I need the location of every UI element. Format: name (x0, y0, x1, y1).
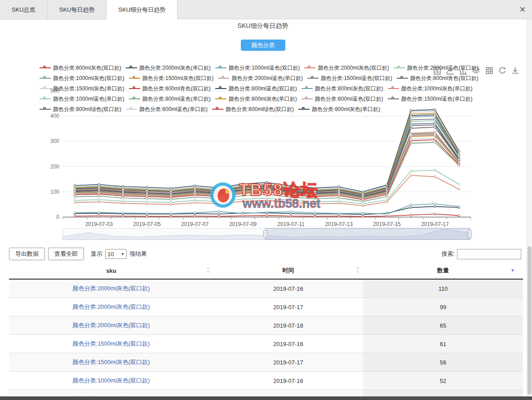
legend-item[interactable]: 颜色分类:800ml灰色(单口款) (215, 94, 297, 104)
data-point[interactable] (218, 210, 220, 213)
data-view-icon[interactable] (432, 66, 442, 76)
legend-item[interactable]: 颜色分类:600ml青色(双口款) (129, 84, 211, 93)
tab-sku-daily-trend[interactable]: SKU每日趋势 (48, 0, 107, 20)
magic-line-icon[interactable] (445, 66, 455, 76)
data-point[interactable] (194, 188, 196, 191)
data-point[interactable] (290, 191, 292, 193)
data-point[interactable] (434, 134, 436, 136)
data-point[interactable] (266, 187, 268, 190)
legend-item[interactable]: 颜色分类:1000ml灰色(单口款) (388, 84, 473, 93)
data-point[interactable] (314, 198, 316, 200)
data-point[interactable] (242, 195, 244, 197)
data-point[interactable] (146, 203, 148, 205)
data-point[interactable] (434, 115, 436, 117)
data-point[interactable] (434, 118, 436, 120)
data-point[interactable] (218, 196, 220, 198)
data-point[interactable] (74, 184, 76, 187)
legend-item[interactable]: 颜色分类:1500ml灰色(单口款) (40, 84, 124, 93)
data-point[interactable] (74, 188, 76, 191)
data-point[interactable] (410, 135, 412, 137)
vertical-scrollbar[interactable] (527, 19, 532, 400)
data-point[interactable] (386, 199, 388, 201)
data-point[interactable] (218, 198, 220, 200)
legend-item[interactable]: 颜色分类:600ml灰色(单口款) (298, 104, 380, 114)
data-point[interactable] (146, 192, 148, 194)
data-point[interactable] (242, 187, 244, 189)
data-point[interactable] (98, 193, 100, 196)
data-point[interactable] (146, 212, 148, 214)
data-point[interactable] (122, 195, 124, 197)
legend-item[interactable]: 颜色分类:2000ml灰色(双口款) (304, 63, 389, 73)
save-image-icon[interactable] (510, 66, 520, 76)
data-point[interactable] (458, 188, 460, 191)
legend-item[interactable]: 颜色分类:600ml蓝色(单口款) (126, 104, 208, 114)
legend-item[interactable]: 颜色分类:1000ml蓝色(双口款) (215, 63, 300, 73)
data-point[interactable] (170, 198, 172, 200)
data-point[interactable] (410, 206, 412, 209)
data-point[interactable] (338, 197, 340, 199)
data-point[interactable] (290, 200, 292, 202)
data-point[interactable] (98, 201, 100, 203)
data-point[interactable] (266, 197, 268, 200)
legend-item[interactable]: 颜色分类:2000ml灰色(单口款) (126, 63, 211, 73)
column-header-qty[interactable]: 数量 ▼ (363, 262, 523, 279)
data-point[interactable] (410, 174, 412, 177)
data-point[interactable] (242, 192, 244, 195)
magic-bar-icon[interactable] (458, 66, 468, 76)
data-point[interactable] (170, 201, 172, 204)
data-point[interactable] (122, 212, 124, 214)
data-point[interactable] (386, 184, 388, 186)
export-data-button[interactable]: 导出数据 (9, 248, 45, 260)
data-point[interactable] (218, 200, 220, 203)
data-point[interactable] (98, 183, 100, 186)
restore-icon[interactable] (497, 66, 507, 76)
data-point[interactable] (122, 202, 124, 204)
data-point[interactable] (314, 201, 316, 203)
data-point[interactable] (242, 198, 244, 200)
data-point[interactable] (290, 196, 292, 198)
data-point[interactable] (410, 214, 412, 216)
view-all-button[interactable]: 查看全部 (48, 248, 84, 260)
data-point[interactable] (362, 196, 364, 198)
data-point[interactable] (266, 191, 268, 193)
data-point[interactable] (410, 124, 412, 127)
data-point[interactable] (194, 212, 196, 214)
data-point[interactable] (458, 183, 460, 186)
legend-item[interactable]: 颜色分类:600ml蓝色(双口款) (301, 94, 383, 104)
legend-item[interactable]: 颜色分类:1000ml蓝色(单口款) (40, 94, 124, 104)
data-point[interactable] (242, 213, 244, 215)
tab-sku-breakdown-daily-trend[interactable]: SKU细分每日趋势 (106, 0, 177, 20)
data-point[interactable] (338, 200, 340, 202)
data-point[interactable] (146, 201, 148, 203)
data-point[interactable] (98, 187, 100, 190)
legend-item[interactable]: 颜色分类:800ml蓝色(单口款) (129, 94, 211, 104)
data-point[interactable] (218, 203, 220, 205)
data-point[interactable] (362, 203, 364, 205)
data-point[interactable] (386, 201, 388, 203)
data-point[interactable] (146, 196, 148, 198)
data-point[interactable] (170, 191, 172, 193)
legend-item[interactable]: 颜色分类:600ml绿色(双口款) (212, 104, 294, 114)
sku-link[interactable]: 颜色分类:1000ml灰色(双口款) (73, 377, 150, 385)
data-point[interactable] (290, 201, 292, 204)
data-point[interactable] (218, 213, 220, 215)
data-point[interactable] (74, 196, 76, 198)
data-point[interactable] (386, 193, 388, 196)
data-point[interactable] (410, 140, 412, 142)
sku-link[interactable]: 颜色分类:2000ml灰色(双口款) (73, 284, 150, 293)
data-point[interactable] (74, 215, 76, 217)
data-point[interactable] (122, 186, 124, 188)
data-point[interactable] (314, 196, 316, 198)
data-point[interactable] (386, 215, 388, 217)
data-point[interactable] (290, 215, 292, 217)
column-header-sku[interactable]: sku ▲▼ (9, 262, 213, 279)
data-point[interactable] (218, 187, 220, 189)
legend-item[interactable]: 颜色分类:2000ml蓝色(单口款) (218, 73, 303, 83)
data-point[interactable] (434, 141, 436, 143)
sku-link[interactable]: 颜色分类:1500ml灰色(双口款) (73, 340, 150, 348)
data-point[interactable] (122, 215, 124, 217)
data-point[interactable] (98, 189, 100, 191)
data-point[interactable] (458, 150, 460, 152)
data-point[interactable] (386, 196, 388, 198)
data-point[interactable] (122, 189, 124, 191)
